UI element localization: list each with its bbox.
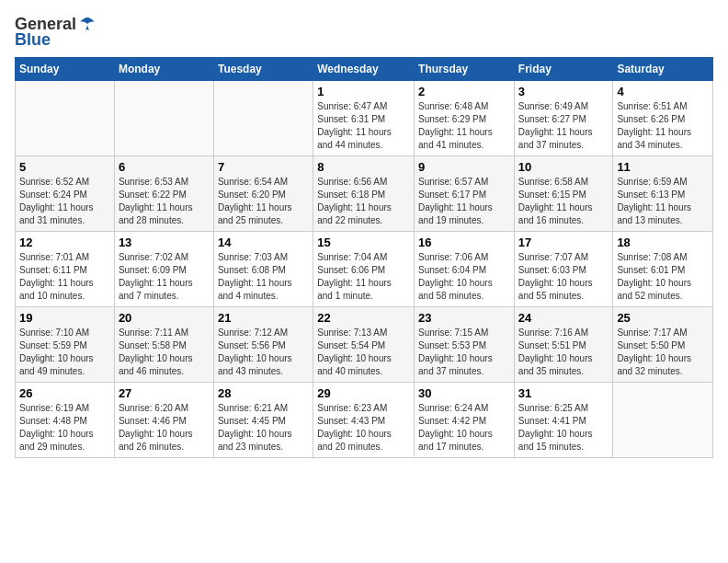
cell-info-line: Sunset: 6:09 PM [119,264,210,277]
calendar-day-cell: 22Sunrise: 7:13 AMSunset: 5:54 PMDayligh… [313,307,415,383]
cell-info-line: Daylight: 11 hours [19,201,110,214]
cell-info-line: and 52 minutes. [617,290,709,303]
logo-bird-icon [78,15,97,33]
cell-info-line: Daylight: 10 hours [518,428,609,441]
cell-info-line: Daylight: 10 hours [617,277,709,290]
cell-info-line: and 17 minutes. [418,441,510,454]
day-number: 22 [317,311,410,325]
calendar-day-cell: 31Sunrise: 6:25 AMSunset: 4:41 PMDayligh… [514,383,613,458]
cell-info-line: Sunset: 6:18 PM [317,189,410,201]
cell-info-line: Sunrise: 6:23 AM [317,402,410,415]
cell-info-line: Daylight: 10 hours [418,428,510,441]
cell-info-line: and 28 minutes. [119,214,210,227]
cell-info-line: Daylight: 10 hours [518,277,609,290]
cell-info-line: Daylight: 10 hours [317,428,410,441]
cell-info-line: Sunset: 5:54 PM [317,339,410,352]
day-number: 30 [418,386,510,400]
calendar-table: SundayMondayTuesdayWednesdayThursdayFrid… [15,57,713,458]
cell-info-line: Sunrise: 6:59 AM [617,176,709,189]
cell-info-line: Sunrise: 6:25 AM [518,402,609,415]
cell-info-line: Sunset: 5:56 PM [218,339,309,352]
cell-info-line: Sunset: 6:01 PM [617,264,709,277]
cell-info-line: Sunrise: 7:04 AM [317,251,410,264]
calendar-day-cell: 25Sunrise: 7:17 AMSunset: 5:50 PMDayligh… [613,307,713,383]
cell-info-line: Daylight: 11 hours [218,201,309,214]
col-header-friday: Friday [514,58,613,81]
cell-info-line: and 32 minutes. [617,365,709,378]
cell-info-line: Sunset: 6:03 PM [518,264,609,277]
cell-info-line: Sunset: 6:04 PM [418,264,510,277]
calendar-day-cell: 3Sunrise: 6:49 AMSunset: 6:27 PMDaylight… [514,81,613,156]
cell-info-line: Sunrise: 6:24 AM [418,402,510,415]
calendar-day-cell: 17Sunrise: 7:07 AMSunset: 6:03 PMDayligh… [514,232,613,307]
day-number: 8 [317,160,410,174]
calendar-day-cell: 13Sunrise: 7:02 AMSunset: 6:09 PMDayligh… [114,232,213,307]
day-number: 9 [418,160,510,174]
calendar-day-cell: 12Sunrise: 7:01 AMSunset: 6:11 PMDayligh… [16,232,115,307]
cell-info-line: Daylight: 11 hours [418,201,510,214]
calendar-day-cell: 11Sunrise: 6:59 AMSunset: 6:13 PMDayligh… [613,156,713,232]
cell-info-line: and 4 minutes. [218,290,309,303]
cell-info-line: Daylight: 11 hours [218,277,309,290]
day-number: 16 [418,236,510,249]
day-number: 27 [119,386,210,400]
calendar-week-row: 1Sunrise: 6:47 AMSunset: 6:31 PMDaylight… [16,81,713,156]
cell-info-line: and 19 minutes. [418,214,510,227]
cell-info-line: Sunset: 6:17 PM [418,189,510,201]
empty-cell [16,81,115,156]
day-number: 19 [19,311,110,325]
cell-info-line: Sunset: 6:31 PM [317,113,410,126]
cell-info-line: Sunset: 6:20 PM [218,189,309,201]
col-header-wednesday: Wednesday [313,58,415,81]
cell-info-line: and 35 minutes. [518,365,609,378]
cell-info-line: and 44 minutes. [317,139,410,152]
calendar-day-cell: 10Sunrise: 6:58 AMSunset: 6:15 PMDayligh… [514,156,613,232]
cell-info-line: Sunrise: 7:08 AM [617,251,709,264]
cell-info-line: Daylight: 10 hours [119,428,210,441]
cell-info-line: Sunrise: 6:48 AM [418,100,510,113]
day-number: 7 [218,160,309,174]
calendar-day-cell: 5Sunrise: 6:52 AMSunset: 6:24 PMDaylight… [16,156,115,232]
col-header-monday: Monday [114,58,213,81]
cell-info-line: and 34 minutes. [617,139,709,152]
cell-info-line: Sunrise: 7:10 AM [19,327,110,339]
day-number: 3 [518,85,609,98]
cell-info-line: and 58 minutes. [418,290,510,303]
cell-info-line: Daylight: 10 hours [19,428,110,441]
calendar-day-cell: 27Sunrise: 6:20 AMSunset: 4:46 PMDayligh… [114,383,213,458]
cell-info-line: and 1 minute. [317,290,410,303]
calendar-week-row: 19Sunrise: 7:10 AMSunset: 5:59 PMDayligh… [16,307,713,383]
cell-info-line: Sunrise: 6:51 AM [617,100,709,113]
cell-info-line: Sunset: 6:24 PM [19,189,110,201]
cell-info-line: Sunrise: 6:57 AM [418,176,510,189]
cell-info-line: Sunrise: 7:12 AM [218,327,309,339]
cell-info-line: Daylight: 10 hours [19,352,110,365]
calendar-day-cell: 24Sunrise: 7:16 AMSunset: 5:51 PMDayligh… [514,307,613,383]
day-number: 15 [317,236,410,249]
cell-info-line: Sunset: 4:43 PM [317,415,410,428]
cell-info-line: Sunset: 5:58 PM [119,339,210,352]
cell-info-line: Sunrise: 6:54 AM [218,176,309,189]
calendar-day-cell: 19Sunrise: 7:10 AMSunset: 5:59 PMDayligh… [16,307,115,383]
calendar-day-cell: 15Sunrise: 7:04 AMSunset: 6:06 PMDayligh… [313,232,415,307]
cell-info-line: and 55 minutes. [518,290,609,303]
cell-info-line: Sunset: 5:50 PM [617,339,709,352]
calendar-day-cell: 1Sunrise: 6:47 AMSunset: 6:31 PMDaylight… [313,81,415,156]
col-header-sunday: Sunday [16,58,115,81]
calendar-day-cell: 23Sunrise: 7:15 AMSunset: 5:53 PMDayligh… [415,307,515,383]
cell-info-line: Sunset: 6:26 PM [617,113,709,126]
cell-info-line: and 49 minutes. [19,365,110,378]
cell-info-line: Sunset: 4:48 PM [19,415,110,428]
cell-info-line: Sunset: 6:08 PM [218,264,309,277]
cell-info-line: Sunrise: 6:19 AM [19,402,110,415]
cell-info-line: and 20 minutes. [317,441,410,454]
day-number: 31 [518,386,609,400]
cell-info-line: Daylight: 11 hours [119,277,210,290]
cell-info-line: Sunrise: 7:11 AM [119,327,210,339]
cell-info-line: Sunset: 4:46 PM [119,415,210,428]
calendar-day-cell: 21Sunrise: 7:12 AMSunset: 5:56 PMDayligh… [213,307,313,383]
cell-info-line: Sunset: 6:06 PM [317,264,410,277]
day-number: 14 [218,236,309,249]
calendar-header-row: SundayMondayTuesdayWednesdayThursdayFrid… [16,58,713,81]
calendar-day-cell: 18Sunrise: 7:08 AMSunset: 6:01 PMDayligh… [613,232,713,307]
